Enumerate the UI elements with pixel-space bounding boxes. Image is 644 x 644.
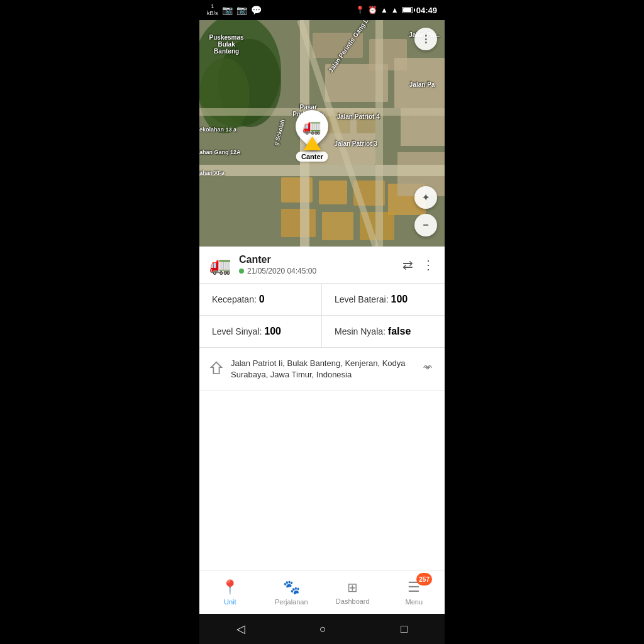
dashboard-label: Dashboard bbox=[336, 597, 370, 605]
stat-kecepatan: Kecepatan: 0 bbox=[199, 284, 322, 316]
zoom-out-button[interactable]: − bbox=[414, 214, 437, 236]
signal-icon: ▲ bbox=[391, 6, 399, 14]
navigation-icon bbox=[209, 361, 223, 378]
route-button[interactable]: ⇄ bbox=[402, 257, 413, 272]
map-label-patriot3: Jalan Patriot 3 bbox=[335, 140, 377, 147]
stat-baterai: Level Baterai: 100 bbox=[322, 284, 445, 316]
menu-label: Menu bbox=[405, 598, 423, 606]
info-panel: 🚛 Canter 21/05/2020 04:45:00 ⇄ ⋮ Kecepat… bbox=[199, 247, 445, 614]
svg-rect-15 bbox=[281, 209, 316, 237]
svg-rect-22 bbox=[375, 20, 383, 247]
spacer bbox=[199, 391, 445, 570]
stat-mesin: Mesin Nyala: false bbox=[322, 316, 445, 347]
stats-grid: Kecepatan: 0 Level Baterai: 100 Level Si… bbox=[199, 284, 445, 348]
baterai-label: Level Baterai: bbox=[335, 294, 391, 304]
svg-rect-20 bbox=[199, 165, 445, 176]
status-bar: 1 kB/s 📷 📷 💬 📍 ⏰ ▲ ▲ 04:49 bbox=[199, 0, 445, 20]
sinyal-label: Level Sinyal: bbox=[212, 326, 264, 336]
more-options-button[interactable]: ⋮ bbox=[414, 28, 437, 50]
location-row: Jalan Patriot Ii, Bulak Banteng, Kenjera… bbox=[199, 348, 445, 391]
header-actions: ⇄ ⋮ bbox=[402, 257, 435, 272]
dashboard-icon: ⊞ bbox=[347, 580, 358, 595]
signal-strength-icon bbox=[421, 362, 435, 376]
direction-marker[interactable]: Canter bbox=[296, 136, 328, 162]
alarm-icon: ⏰ bbox=[368, 6, 377, 14]
vehicle-info: Canter 21/05/2020 04:45:00 bbox=[239, 254, 402, 275]
vehicle-name: Canter bbox=[239, 254, 402, 265]
direction-arrow bbox=[303, 136, 321, 150]
nav-perjalanan[interactable]: 🐾 Perjalanan bbox=[261, 570, 323, 614]
status-dot bbox=[239, 269, 244, 274]
truck-emoji: 🚛 bbox=[303, 118, 321, 135]
map-label-xia: ahan XI-a bbox=[199, 170, 225, 176]
status-right: 📍 ⏰ ▲ ▲ 04:49 bbox=[355, 6, 437, 15]
unit-label: Unit bbox=[224, 598, 236, 606]
instagram-icon: 📷 bbox=[222, 5, 233, 15]
recents-button[interactable]: □ bbox=[401, 623, 408, 636]
android-navigation-bar: ◁ ○ □ bbox=[199, 614, 445, 644]
whatsapp-icon: 💬 bbox=[251, 5, 262, 15]
clock-display: 04:49 bbox=[416, 6, 437, 15]
compass-button[interactable]: ✦ bbox=[414, 186, 437, 209]
perjalanan-label: Perjalanan bbox=[275, 598, 308, 606]
wifi-icon: ▲ bbox=[380, 6, 388, 14]
map-label-puskesmas: PuskesmasBulakBanteng bbox=[209, 34, 244, 55]
data-speed-indicator: 1 kB/s bbox=[207, 3, 218, 17]
map-label-sekolahan: ekolahan 13 a bbox=[199, 126, 236, 133]
nav-dashboard[interactable]: ⊞ Dashboard bbox=[322, 570, 384, 614]
vehicle-icon: 🚛 bbox=[209, 255, 231, 275]
svg-point-3 bbox=[199, 58, 250, 133]
battery-icon bbox=[402, 7, 413, 13]
timestamp: 21/05/2020 04:45:00 bbox=[247, 267, 316, 275]
location-address: Jalan Patriot Ii, Bulak Banteng, Kenjera… bbox=[231, 358, 413, 380]
kecepatan-label: Kecepatan: bbox=[212, 294, 259, 304]
vehicle-header: 🚛 Canter 21/05/2020 04:45:00 ⇄ ⋮ bbox=[199, 247, 445, 284]
home-button[interactable]: ○ bbox=[319, 623, 326, 636]
svg-marker-25 bbox=[211, 362, 222, 374]
location-pin-icon: 📍 bbox=[355, 6, 365, 14]
mesin-label: Mesin Nyala: bbox=[335, 326, 388, 336]
perjalanan-icon: 🐾 bbox=[283, 579, 300, 596]
baterai-value: 100 bbox=[391, 294, 408, 304]
bottom-navigation: 📍 Unit 🐾 Perjalanan ⊞ Dashboard 257 ☰ Me… bbox=[199, 570, 445, 614]
nav-unit[interactable]: 📍 Unit bbox=[199, 570, 261, 614]
map-label-gang12a: ahan Gang 12A bbox=[199, 149, 241, 155]
menu-badge: 257 bbox=[416, 573, 432, 586]
svg-rect-12 bbox=[319, 180, 347, 204]
vehicle-time: 21/05/2020 04:45:00 bbox=[239, 267, 402, 275]
map-view[interactable]: PuskesmasBulakBanteng PasarPodomoro Jala… bbox=[199, 20, 445, 247]
svg-rect-16 bbox=[322, 212, 353, 240]
instagram2-icon: 📷 bbox=[236, 5, 247, 15]
map-label-patriot4: Jalan Patriot 4 bbox=[336, 113, 379, 120]
sinyal-value: 100 bbox=[264, 326, 281, 336]
mesin-value: false bbox=[388, 326, 411, 336]
back-button[interactable]: ◁ bbox=[236, 622, 245, 636]
status-left: 1 kB/s 📷 📷 💬 bbox=[207, 3, 262, 17]
map-label-jalan-pa2: Jalan Pa bbox=[409, 81, 435, 88]
direction-label: Canter bbox=[296, 152, 328, 162]
unit-icon: 📍 bbox=[221, 579, 238, 596]
kecepatan-value: 0 bbox=[259, 294, 265, 304]
vehicle-more-button[interactable]: ⋮ bbox=[422, 257, 435, 272]
stat-sinyal: Level Sinyal: 100 bbox=[199, 316, 322, 347]
nav-menu[interactable]: 257 ☰ Menu bbox=[384, 570, 445, 614]
